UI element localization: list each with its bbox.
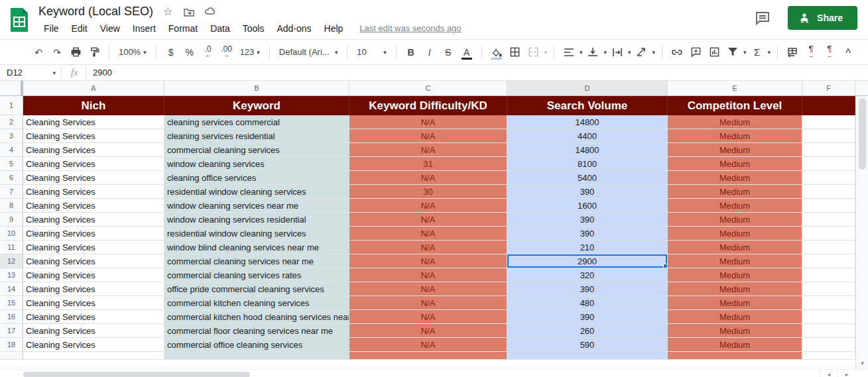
merge-cells-icon[interactable] (526, 44, 542, 60)
cell-A16[interactable]: Cleaning Services (23, 310, 164, 324)
undo-icon[interactable]: ↶ (31, 44, 46, 60)
cell-F16[interactable] (802, 310, 855, 324)
cell-F8[interactable] (802, 199, 855, 213)
row-header-16[interactable]: 16 (0, 310, 23, 324)
cell-F9[interactable] (802, 213, 855, 227)
decrease-decimal-icon[interactable]: .0← (200, 44, 216, 60)
cell-B19[interactable] (164, 352, 349, 360)
cell-D14[interactable]: 390 (507, 282, 668, 296)
cell-A17[interactable]: Cleaning Services (23, 324, 164, 338)
text-color-icon[interactable]: A (459, 44, 475, 60)
column-header-D[interactable]: D (507, 81, 668, 95)
cell-E17[interactable]: Medium (668, 324, 802, 338)
cell-D6[interactable]: 5400 (507, 171, 668, 185)
menu-item-help[interactable]: Help (319, 22, 349, 35)
cell-F1[interactable] (802, 96, 855, 115)
cell-B3[interactable]: cleaning services residential (164, 129, 349, 143)
row-header-4[interactable]: 4 (0, 143, 23, 157)
cell-C15[interactable]: N/A (349, 296, 507, 310)
italic-icon[interactable]: I (422, 44, 438, 60)
font-size-dropdown[interactable]: 10▾ (354, 47, 389, 57)
cell-B10[interactable]: residential window cleaning services (164, 227, 349, 241)
filter-icon[interactable] (725, 44, 741, 60)
row-header-13[interactable]: 13 (0, 268, 23, 282)
cell-E14[interactable]: Medium (668, 282, 802, 296)
horizontal-scrollbar[interactable]: ◂ ▸ (0, 369, 868, 377)
row-header-1[interactable]: 1 (0, 96, 23, 115)
merge-dropdown-icon[interactable]: ▾ (544, 49, 548, 56)
cell-A19[interactable] (23, 352, 164, 360)
cell-B1[interactable]: Keyword (164, 96, 349, 115)
menu-item-edit[interactable]: Edit (66, 22, 93, 35)
cell-B12[interactable]: commercial cleaning services near me (164, 254, 349, 268)
cell-F4[interactable] (802, 143, 855, 157)
zoom-dropdown[interactable]: 100%▾ (116, 47, 149, 57)
sheet-direction-icon[interactable] (784, 44, 800, 60)
chevron-down-icon[interactable]: ▾ (628, 49, 631, 56)
chevron-down-icon[interactable]: ▾ (580, 49, 583, 56)
cell-B11[interactable]: window blind cleaning services near me (164, 241, 349, 254)
scroll-left-icon[interactable]: ◂ (820, 370, 837, 377)
cell-A2[interactable]: Cleaning Services (23, 115, 164, 129)
chevron-down-icon[interactable]: ▾ (652, 49, 656, 56)
more-formats-dropdown[interactable]: 123▾ (237, 47, 263, 57)
cell-B14[interactable]: office pride commercial cleaning service… (164, 282, 349, 296)
cell-F5[interactable] (802, 157, 855, 171)
cell-C14[interactable]: N/A (349, 282, 507, 296)
fill-handle[interactable] (663, 264, 668, 268)
cell-C3[interactable]: N/A (349, 129, 507, 143)
cell-F15[interactable] (802, 296, 855, 310)
cell-A5[interactable]: Cleaning Services (23, 157, 164, 171)
menu-item-insert[interactable]: Insert (127, 22, 161, 35)
row-header-8[interactable]: 8 (0, 199, 23, 213)
cell-D17[interactable]: 260 (507, 324, 668, 338)
cell-C19[interactable] (349, 352, 507, 360)
insert-link-icon[interactable] (669, 44, 685, 60)
chevron-down-icon[interactable]: ▾ (768, 49, 771, 56)
hide-toolbar-icon[interactable]: ^ (840, 44, 856, 60)
cell-A12[interactable]: Cleaning Services (23, 254, 164, 268)
cell-A15[interactable]: Cleaning Services (23, 296, 164, 310)
scroll-right-icon[interactable]: ▸ (837, 370, 855, 377)
cell-C9[interactable]: N/A (349, 213, 507, 227)
cell-A8[interactable]: Cleaning Services (23, 199, 164, 213)
cell-D8[interactable]: 1600 (507, 199, 668, 213)
cell-C8[interactable]: N/A (349, 199, 507, 213)
cell-B5[interactable]: window cleaning services (164, 157, 349, 171)
horizontal-align-icon[interactable] (561, 44, 577, 60)
column-header-B[interactable]: B (164, 81, 349, 95)
cell-A4[interactable]: Cleaning Services (23, 143, 164, 157)
cell-B13[interactable]: commercial cleaning services rates (164, 268, 349, 282)
increase-decimal-icon[interactable]: .00→ (219, 44, 235, 60)
row-header-9[interactable]: 9 (0, 213, 23, 227)
cell-D3[interactable]: 4400 (507, 129, 668, 143)
cell-E13[interactable]: Medium (668, 268, 802, 282)
cell-B7[interactable]: residential window cleaning services (164, 185, 349, 199)
cell-E3[interactable]: Medium (668, 129, 802, 143)
cell-D19[interactable] (507, 352, 668, 360)
cell-D13[interactable]: 320 (507, 268, 668, 282)
cell-D9[interactable]: 390 (507, 213, 668, 227)
row-header-7[interactable]: 7 (0, 185, 23, 199)
cell-A6[interactable]: Cleaning Services (23, 171, 164, 185)
cell-A14[interactable]: Cleaning Services (23, 282, 164, 296)
bold-icon[interactable]: B (403, 44, 419, 60)
cell-F6[interactable] (802, 171, 855, 185)
cell-A3[interactable]: Cleaning Services (23, 129, 164, 143)
cell-F13[interactable] (802, 268, 855, 282)
cell-E4[interactable]: Medium (668, 143, 802, 157)
text-wrap-icon[interactable] (609, 44, 625, 60)
cell-A18[interactable]: Cleaning Services (23, 338, 164, 352)
formula-input[interactable]: 2900 (86, 68, 868, 78)
cell-F10[interactable] (802, 227, 855, 241)
text-direction-rtl-icon[interactable]: ¶← (822, 44, 837, 60)
row-header-6[interactable]: 6 (0, 171, 23, 185)
cell-B2[interactable]: cleaning services commercial (164, 115, 349, 129)
cell-D15[interactable]: 480 (507, 296, 668, 310)
print-icon[interactable] (68, 44, 84, 60)
text-direction-ltr-icon[interactable]: ¶→ (803, 44, 819, 60)
row-header-12[interactable]: 12 (0, 254, 23, 268)
cell-D11[interactable]: 210 (507, 241, 668, 254)
cell-C17[interactable]: N/A (349, 324, 507, 338)
chevron-down-icon[interactable]: ▾ (603, 49, 607, 56)
